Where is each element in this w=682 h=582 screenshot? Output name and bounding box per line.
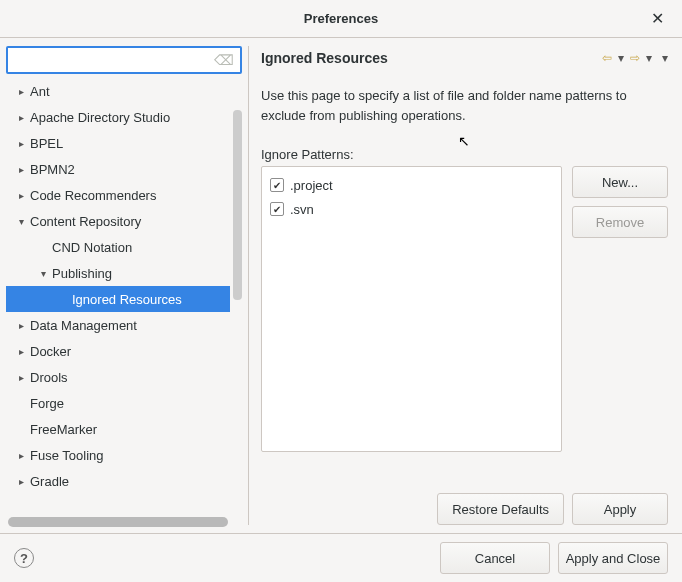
page-heading: Ignored Resources: [261, 50, 388, 66]
expand-closed-icon[interactable]: ▸: [14, 138, 28, 149]
tree-item[interactable]: CND Notation: [6, 234, 230, 260]
tree-item-label: FreeMarker: [30, 422, 97, 437]
tree-item[interactable]: ▸Fuse Tooling: [6, 442, 230, 468]
cancel-button[interactable]: Cancel: [440, 542, 550, 574]
tree-item-label: Gradle: [30, 474, 69, 489]
back-icon[interactable]: ⇦: [602, 51, 612, 65]
tree-item[interactable]: ▸Drools: [6, 364, 230, 390]
right-panel: Ignored Resources ⇦ ▾ ⇨ ▾ ▾ Use this pag…: [249, 38, 682, 533]
tree-item[interactable]: ▸Apache Directory Studio: [6, 104, 230, 130]
preferences-tree[interactable]: ▸Ant▸Apache Directory Studio▸BPEL▸BPMN2▸…: [6, 78, 242, 513]
filter-field[interactable]: ⌫: [6, 46, 242, 74]
expand-closed-icon[interactable]: ▸: [14, 86, 28, 97]
checkbox[interactable]: ✔: [270, 178, 284, 192]
tree-item[interactable]: ▸Docker: [6, 338, 230, 364]
tree-item-label: Data Management: [30, 318, 137, 333]
tree-item[interactable]: ▸Gradle: [6, 468, 230, 494]
expand-closed-icon[interactable]: ▸: [14, 372, 28, 383]
tree-item[interactable]: ▸BPMN2: [6, 156, 230, 182]
window-title: Preferences: [304, 11, 378, 26]
pattern-label: .project: [290, 178, 333, 193]
pattern-item[interactable]: ✔.project: [270, 173, 553, 197]
tree-item[interactable]: ▸Data Management: [6, 312, 230, 338]
tree-item-label: Code Recommenders: [30, 188, 156, 203]
tree-item-label: BPMN2: [30, 162, 75, 177]
tree-item-label: Ignored Resources: [72, 292, 182, 307]
forward-icon[interactable]: ⇨: [630, 51, 640, 65]
checkbox[interactable]: ✔: [270, 202, 284, 216]
pattern-label: .svn: [290, 202, 314, 217]
forward-menu-icon[interactable]: ▾: [646, 51, 652, 65]
restore-defaults-button[interactable]: Restore Defaults: [437, 493, 564, 525]
help-icon[interactable]: ?: [14, 548, 34, 568]
main-area: ⌫ ▸Ant▸Apache Directory Studio▸BPEL▸BPMN…: [0, 38, 682, 533]
expand-open-icon[interactable]: ▾: [14, 216, 28, 227]
titlebar: Preferences ✕: [0, 0, 682, 38]
expand-closed-icon[interactable]: ▸: [14, 346, 28, 357]
patterns-list[interactable]: ✔.project✔.svn: [261, 166, 562, 452]
expand-closed-icon[interactable]: ▸: [14, 320, 28, 331]
tree-item-label: CND Notation: [52, 240, 132, 255]
footer: ? Cancel Apply and Close: [0, 533, 682, 582]
tree-item-label: Content Repository: [30, 214, 141, 229]
apply-and-close-button[interactable]: Apply and Close: [558, 542, 668, 574]
left-panel: ⌫ ▸Ant▸Apache Directory Studio▸BPEL▸BPMN…: [0, 38, 248, 533]
nav-toolbar: ⇦ ▾ ⇨ ▾ ▾: [602, 51, 668, 65]
back-menu-icon[interactable]: ▾: [618, 51, 624, 65]
view-menu-icon[interactable]: ▾: [662, 51, 668, 65]
new-button[interactable]: New...: [572, 166, 668, 198]
expand-open-icon[interactable]: ▾: [36, 268, 50, 279]
expand-closed-icon[interactable]: ▸: [14, 112, 28, 123]
tree-item-label: Publishing: [52, 266, 112, 281]
pattern-item[interactable]: ✔.svn: [270, 197, 553, 221]
tree-item[interactable]: ▾Publishing: [6, 260, 230, 286]
tree-item-label: BPEL: [30, 136, 63, 151]
tree-item-label: Forge: [30, 396, 64, 411]
clear-icon[interactable]: ⌫: [208, 52, 240, 68]
tree-item[interactable]: Forge: [6, 390, 230, 416]
tree-item[interactable]: Ignored Resources: [6, 286, 230, 312]
close-icon[interactable]: ✕: [643, 5, 672, 32]
tree-item[interactable]: ▸BPEL: [6, 130, 230, 156]
tree-item[interactable]: ▸Ant: [6, 78, 230, 104]
tree-item[interactable]: ▾Content Repository: [6, 208, 230, 234]
tree-item-label: Drools: [30, 370, 68, 385]
remove-button: Remove: [572, 206, 668, 238]
expand-closed-icon[interactable]: ▸: [14, 164, 28, 175]
expand-closed-icon[interactable]: ▸: [14, 190, 28, 201]
tree-item-label: Docker: [30, 344, 71, 359]
expand-closed-icon[interactable]: ▸: [14, 476, 28, 487]
apply-button[interactable]: Apply: [572, 493, 668, 525]
tree-item[interactable]: ▸Code Recommenders: [6, 182, 230, 208]
horizontal-scrollbar[interactable]: [8, 517, 228, 527]
vertical-scrollbar[interactable]: [233, 110, 242, 300]
page-description: Use this page to specify a list of file …: [261, 86, 668, 125]
tree-item-label: Ant: [30, 84, 50, 99]
filter-input[interactable]: [8, 48, 208, 72]
tree-item-label: Fuse Tooling: [30, 448, 103, 463]
patterns-label: Ignore Patterns:: [261, 147, 668, 162]
tree-item-label: Apache Directory Studio: [30, 110, 170, 125]
expand-closed-icon[interactable]: ▸: [14, 450, 28, 461]
tree-item[interactable]: FreeMarker: [6, 416, 230, 442]
